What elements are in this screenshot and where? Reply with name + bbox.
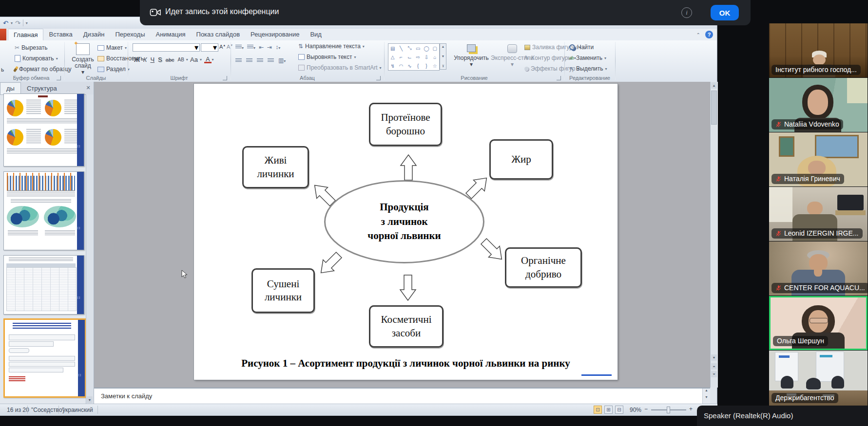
panel-scrollbar[interactable]: ▼ <box>86 94 94 404</box>
shape-outline-button[interactable]: ✎ Контур фигуры▾ <box>524 55 576 61</box>
diagram-center-ellipse[interactable]: Продукція з личинок чорної львинки <box>324 180 484 263</box>
scrollbar-thumb[interactable] <box>711 91 717 125</box>
drawing-dialog-launcher-icon[interactable] <box>557 76 561 80</box>
copy-button[interactable]: Копировать▾ <box>15 55 58 62</box>
shapes-gallery-scroll[interactable]: ▲ ▼ ⊻ <box>440 43 446 70</box>
font-name-combo[interactable]: ▾ <box>133 43 200 52</box>
select-button[interactable]: ↖ Выделить▾ <box>569 65 607 72</box>
gallery-down-icon[interactable]: ▼ <box>442 55 445 58</box>
tab-dizain[interactable]: Дизайн <box>78 29 110 40</box>
bullets-button[interactable]: ▾ <box>235 44 244 51</box>
tab-vstavka[interactable]: Вставка <box>43 29 77 40</box>
scroll-up-icon[interactable]: ▲ <box>711 82 717 89</box>
change-case-button[interactable]: Аа <box>189 56 199 63</box>
gallery-more-icon[interactable]: ⊻ <box>442 64 444 68</box>
slide-thumbnail-table[interactable] <box>3 255 84 315</box>
language-indicator[interactable]: украинский <box>62 407 93 413</box>
slide-thumbnail-bars-maps[interactable] <box>3 171 84 250</box>
diagram-box-fat[interactable]: Жир <box>489 139 553 180</box>
previous-slide-icon[interactable]: ⏶ <box>711 363 717 370</box>
section-button[interactable]: Раздел▾ <box>97 66 130 73</box>
clipboard-dialog-launcher-icon[interactable] <box>57 76 61 80</box>
tab-perekhody[interactable]: Переходы <box>110 29 151 40</box>
zoom-slider-thumb[interactable] <box>667 407 670 413</box>
paragraph-dialog-launcher-icon[interactable] <box>376 76 381 80</box>
info-icon[interactable]: i <box>681 7 692 18</box>
replace-button[interactable]: ab Заменить▾ <box>569 55 606 61</box>
decrease-indent-button[interactable]: ⇤ <box>259 44 264 51</box>
minimize-ribbon-icon[interactable]: ⌃ <box>696 32 700 37</box>
reading-view-button[interactable]: ⊟ <box>615 406 623 414</box>
line-spacing-button[interactable]: ↕▾ <box>275 44 280 51</box>
numbering-button[interactable]: ▾ <box>247 44 255 51</box>
justify-button[interactable] <box>268 58 274 63</box>
video-tile-center-aquaculture[interactable]: CENTER FOR AQUACU... <box>769 241 868 296</box>
gallery-up-icon[interactable]: ▲ <box>442 45 445 48</box>
diagram-box-protein-flour[interactable]: Протеїнове борошно <box>369 103 442 146</box>
normal-view-button[interactable]: ⊡ <box>594 406 602 414</box>
video-tile-institute[interactable]: Інститут рибного господ... <box>769 23 868 77</box>
video-tile-vdovenko[interactable]: Nataliia Vdovenko <box>769 78 868 132</box>
file-tab[interactable] <box>0 29 6 40</box>
tab-vid[interactable]: Вид <box>305 29 327 40</box>
cut-button[interactable]: ✂ Вырезать <box>15 44 47 51</box>
customize-toolbar-icon[interactable]: ▾ <box>26 21 28 25</box>
diagram-box-organic-fertilizer[interactable]: Органічне добриво <box>505 247 582 288</box>
text-direction-button[interactable]: ⇅ Направление текста▾ <box>298 43 365 50</box>
convert-smartart-button[interactable]: Преобразовать в SmartArt▾ <box>298 64 382 71</box>
slide-sorter-view-button[interactable]: ⊞ <box>604 406 613 414</box>
shapes-gallery[interactable]: ▤╲⤡▭◯▢ △⌐⌙⇨⇩⌂ ↯◠∿{}☆ <box>388 43 440 71</box>
video-tile-grynevych[interactable]: Наталія Гриневич <box>769 132 868 186</box>
arrange-button[interactable]: Упорядочить▾ <box>452 44 490 68</box>
format-painter-button[interactable]: Формат по образцу <box>15 66 72 73</box>
redo-icon[interactable]: ↷ <box>15 19 20 27</box>
text-shadow-button[interactable]: S <box>156 56 164 63</box>
notes-pane[interactable]: Заметки к слайду ▲▼ <box>94 388 710 404</box>
zoom-out-icon[interactable]: − <box>644 406 648 412</box>
font-size-combo[interactable]: ▾ <box>201 43 218 52</box>
columns-button[interactable]: ▥▾ <box>278 57 286 64</box>
align-left-button[interactable] <box>235 58 242 63</box>
undo-icon[interactable]: ↶ <box>3 19 8 27</box>
align-right-button[interactable] <box>257 58 263 63</box>
bold-button[interactable]: Ж <box>133 56 141 63</box>
diagram-box-cosmetics[interactable]: Косметичні засоби <box>369 305 444 348</box>
undo-dropdown-icon[interactable]: ▾ <box>11 21 13 25</box>
figure-caption[interactable]: Рисунок 1 – Асортимент продукції з личин… <box>194 357 617 370</box>
scroll-down-icon[interactable]: ▼ <box>711 354 717 361</box>
tab-glavnaya[interactable]: Главная <box>8 29 43 40</box>
video-tile-derzhrybagentstvo[interactable]: Держрибагентство <box>769 351 868 406</box>
diagram-box-dried-larvae[interactable]: Сушені личинки <box>251 268 315 313</box>
help-icon[interactable]: ? <box>705 31 713 38</box>
diagram-box-live-larvae[interactable]: Живі личинки <box>242 146 309 188</box>
slide-canvas[interactable]: Продукція з личинок чорної львинки Проте… <box>194 84 617 380</box>
panel-scroll-down-icon[interactable]: ▼ <box>87 396 93 403</box>
slide-scrollbar[interactable]: ▲ ▼ ⏶ ⏷ <box>710 82 718 388</box>
new-slide-button[interactable]: Создать слайд▾ <box>70 43 96 75</box>
tab-animatsiya[interactable]: Анимация <box>151 29 191 40</box>
find-button[interactable]: Найти <box>569 44 594 51</box>
paste-button-clipped[interactable]: ь <box>1 66 4 73</box>
tab-outline[interactable]: Структура <box>21 83 63 94</box>
increase-indent-button[interactable]: ⇥ <box>267 44 272 51</box>
slide-thumbnail-pies[interactable] <box>3 93 84 167</box>
theme-name[interactable]: "Соседство" <box>31 407 64 413</box>
tab-pokaz-slaidov[interactable]: Показ слайдов <box>191 29 246 40</box>
character-spacing-button[interactable]: АВ <box>176 57 186 62</box>
ok-button[interactable]: OK <box>711 5 739 20</box>
underline-button[interactable]: Ч <box>149 56 156 63</box>
strikethrough-button[interactable]: abc <box>164 57 176 63</box>
video-tile-izergin[interactable]: Leonid IZERGIN IRGE... <box>769 187 868 241</box>
tab-slides-thumbnails[interactable]: ды <box>0 82 21 94</box>
zoom-in-icon[interactable]: + <box>689 406 693 412</box>
slide-thumbnail-current[interactable] <box>3 318 86 398</box>
layout-button[interactable]: Макет▾ <box>97 44 127 51</box>
video-tile-shershun-active-speaker[interactable]: Ольга Шершун <box>769 296 868 350</box>
align-text-button[interactable]: Выровнять текст▾ <box>298 54 356 60</box>
tab-retsenzirovanie[interactable]: Рецензирование <box>245 29 305 40</box>
grow-font-button[interactable]: А▲ <box>219 44 226 50</box>
font-dialog-launcher-icon[interactable] <box>223 76 227 80</box>
next-slide-icon[interactable]: ⏷ <box>711 371 717 377</box>
align-center-button[interactable] <box>246 58 252 63</box>
italic-button[interactable]: К <box>142 56 149 63</box>
